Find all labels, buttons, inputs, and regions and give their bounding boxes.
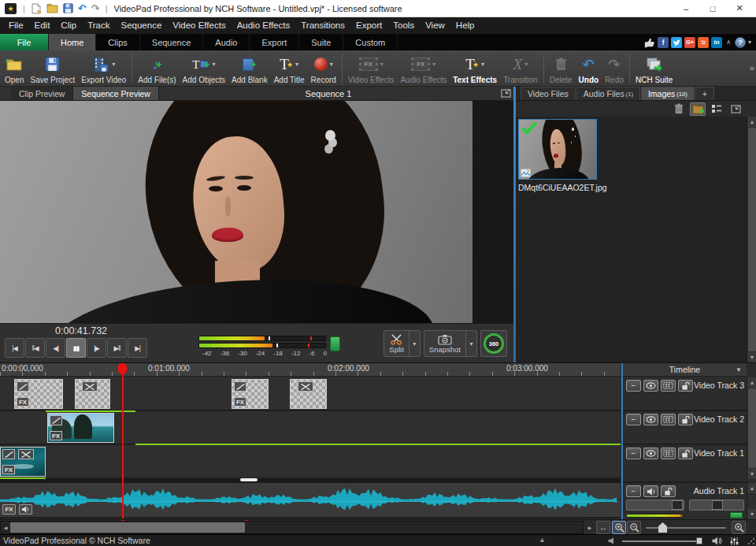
go-to-end-button[interactable]: ▶| [128,338,147,358]
menu-help[interactable]: Help [450,17,480,34]
help-dropdown-icon[interactable]: ▾ [748,39,751,46]
collapse-track-button[interactable]: − [626,485,641,497]
scroll-up-icon[interactable]: ▲ [747,377,756,388]
tab-custom[interactable]: Custom [343,34,398,50]
audio-speaker-badge[interactable] [19,504,32,514]
googleplus-icon[interactable]: G+ [684,37,695,48]
timeline-clip[interactable] [290,379,327,409]
twitter-icon[interactable] [671,37,682,48]
collapse-track-button[interactable]: − [626,414,641,425]
volume-min-icon[interactable] [608,537,614,544]
tab-sequence-preview[interactable]: Sequence Preview [73,87,159,100]
panel-toggle-icon[interactable]: ▲ [539,536,546,544]
add-objects-dropdown-icon[interactable]: ▾ [212,61,215,68]
scroll-down-icon[interactable]: ▼ [747,352,756,362]
playhead-line[interactable] [122,363,124,518]
tab-sequence[interactable]: Sequence [140,34,204,50]
track-frames-button[interactable] [661,380,676,392]
track-lock-button[interactable] [678,448,693,459]
timeline-zoom-slider[interactable] [646,527,726,529]
go-to-start-button[interactable]: |◀ [5,338,24,358]
help-icon[interactable]: ? [735,37,746,48]
toolbar-overflow-icon[interactable]: » [750,63,754,72]
open-project-icon[interactable] [46,3,58,13]
audio-clip-waveform[interactable] [0,485,617,516]
record-button[interactable]: ▾ Record [308,51,339,86]
tab-home[interactable]: Home [49,34,96,50]
facebook-icon[interactable]: f [658,37,669,48]
preview-360-button[interactable]: 360 [480,330,507,357]
add-files-button[interactable]: ♪ + Add File(s) [135,51,179,86]
playback-volume-slider[interactable] [622,540,701,542]
nch-suite-button[interactable]: NCH Suite [632,51,676,86]
tab-audio[interactable]: Audio [203,34,250,50]
tab-audio-files[interactable]: Audio Files(1) [576,87,640,100]
undo-button[interactable]: ↶ Undo [576,51,602,86]
media-thumbnail[interactable] [518,119,597,180]
minimize-button[interactable]: – [673,4,699,13]
add-bin-tab-button[interactable]: + [695,87,714,100]
bin-detach-icon[interactable] [728,102,743,116]
timeline-clip[interactable] [75,379,110,409]
track-mute-button[interactable] [643,485,658,497]
timeline-clip[interactable]: FX [47,413,114,443]
record-dropdown-icon[interactable]: ▾ [330,61,333,68]
text-effects-button[interactable]: T★ ▾ Text Effects [450,51,500,86]
text-effects-dropdown-icon[interactable]: ▾ [481,61,484,68]
open-button[interactable]: Open [2,51,27,86]
menu-track[interactable]: Track [82,17,115,34]
menu-export[interactable]: Export [350,17,387,34]
scroll-right-icon[interactable]: ▶ [585,522,595,533]
tab-file[interactable]: File [0,34,49,50]
scroll-left-icon[interactable]: ◀ [1,522,10,533]
bin-delete-icon[interactable] [671,102,687,116]
volume-thumb[interactable] [696,537,702,544]
pause-button[interactable]: ▮▮ [66,338,86,358]
step-forward-button[interactable]: |▶ [87,338,106,358]
detach-preview-icon[interactable] [498,87,513,100]
track-resize-handle[interactable] [240,478,258,481]
save-project-button[interactable]: Save Project [27,51,78,86]
add-title-button[interactable]: T★ ▾ Add Title [271,51,308,86]
zoom-slider-thumb[interactable] [658,522,667,533]
track-volume-slider[interactable] [626,500,684,511]
bin-list-view-icon[interactable] [709,102,724,116]
step-back-button[interactable]: ◀| [46,338,65,358]
speaker-icon[interactable] [711,537,722,545]
bin-add-media-icon[interactable] [690,102,706,116]
nch-icon[interactable]: ≈ [698,37,709,48]
menu-sequence[interactable]: Sequence [116,17,168,34]
track-lock-button[interactable] [661,485,676,497]
menu-file[interactable]: File [3,17,29,34]
timeline-header[interactable]: Timeline ▼ [623,363,747,377]
maximize-button[interactable]: □ [699,4,726,13]
track-visibility-button[interactable] [643,414,658,425]
export-video-dropdown-icon[interactable]: ▾ [112,61,115,68]
collapse-track-button[interactable]: − [626,448,641,459]
menu-clip[interactable]: Clip [55,17,82,34]
bin-scrollbar[interactable]: ▲ ▼ [747,117,756,362]
tab-suite[interactable]: Suite [299,34,343,50]
mixer-icon[interactable] [729,537,739,546]
split-button[interactable]: Split ▾ [384,330,420,357]
undo-icon[interactable]: ↶ [78,3,87,14]
close-button[interactable]: ✕ [726,3,753,13]
zoom-in-button[interactable] [732,521,746,534]
scroll-up-icon[interactable]: ▲ [747,483,756,493]
track-frames-button[interactable] [661,448,676,459]
timeline-clip[interactable]: FX [14,379,63,409]
audio-fx-badge[interactable]: FX [2,504,16,514]
add-blank-button[interactable]: + Add Blank [228,51,271,86]
collapse-track-button[interactable]: − [626,380,641,392]
like-icon[interactable] [644,37,655,48]
bin-scroll-thumb[interactable] [748,128,756,351]
audio-track-1-lane[interactable]: FX [0,483,621,518]
new-project-icon[interactable] [31,3,42,14]
scroll-down-icon[interactable]: ▼ [747,509,756,519]
timeline-clip[interactable]: FX [0,447,46,477]
track-lock-button[interactable] [678,380,693,392]
scroll-down-icon[interactable]: ▼ [747,469,756,479]
track-pan-slider[interactable] [689,500,744,511]
menu-view[interactable]: View [420,17,450,34]
resize-grip[interactable] [747,537,755,545]
